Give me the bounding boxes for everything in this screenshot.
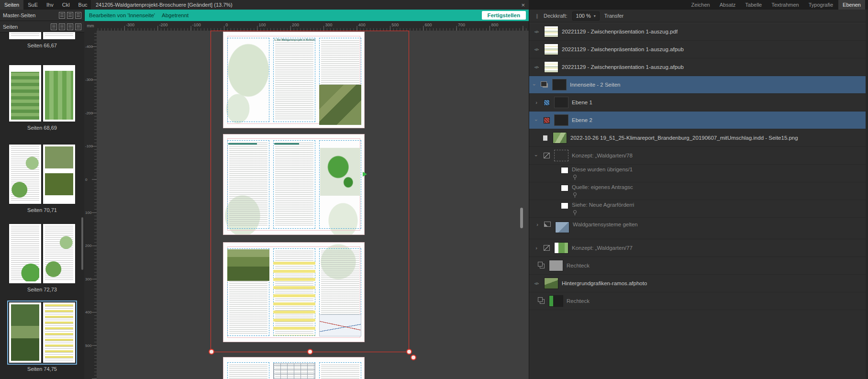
layer-row-hintergrund[interactable]: </> Hintergrundgrafiken-ramos.afphoto — [529, 275, 868, 292]
layer-label: Ebene 1 — [572, 100, 592, 105]
ruler-label: 400 — [358, 22, 366, 27]
page-thumbnail-70-71[interactable]: Seiten 70,71 — [9, 144, 76, 213]
layer-thumbnail — [561, 185, 568, 191]
shapes-icon — [537, 263, 545, 268]
tab-zeichen[interactable]: Zeichen — [687, 0, 714, 10]
pages-panel: Master-Seiten Seiten Seiten 66,67 Seiten… — [0, 10, 85, 379]
pages-thumbnail-list: Seiten 66,67 Seiten 68,69 Seiten 70,71 S… — [0, 32, 84, 379]
document-canvas[interactable]: 1. Der Waldgartenprojekt in Bohlsdo — [97, 31, 529, 379]
page-thumbnail-74-75[interactable]: Seiten 74,75 — [9, 302, 76, 372]
layers-panel: ∥ Deckkraft: 100 % ▾ Transfer </> 202211… — [529, 10, 868, 379]
layer-row-klimareport-png[interactable]: 2022-10-26 19_51_25-Klimareport_Brandenb… — [529, 129, 868, 147]
layer-label: Konzept: „Waldgarten/77 — [572, 245, 633, 251]
code-icon[interactable]: </> — [532, 281, 541, 286]
menu-item-3[interactable]: Ihv — [42, 0, 58, 10]
ruler-label: -200 — [85, 111, 93, 115]
opacity-dropdown[interactable]: 100 % ▾ — [572, 11, 600, 21]
tab-textrahmen[interactable]: Textrahmen — [767, 0, 803, 10]
layer-label: 20221129 - Zwischenpräsentation 1-auszug… — [562, 29, 678, 34]
master-page-options-icon[interactable] — [75, 12, 81, 19]
add-page-icon[interactable] — [59, 23, 65, 30]
finish-button[interactable]: Fertigstellen — [482, 11, 526, 20]
tab-typografie[interactable]: Typografie — [804, 0, 837, 10]
duplicate-master-page-icon[interactable] — [67, 12, 73, 19]
layer-thumbnail — [544, 278, 558, 289]
move-page-icon[interactable] — [51, 23, 57, 30]
spread-page-4[interactable] — [223, 357, 365, 379]
selection-handle-bottom-center[interactable] — [307, 349, 313, 355]
selection-handle-bottom-left[interactable] — [209, 349, 214, 355]
pin-icon[interactable] — [573, 192, 577, 196]
pages-panel-scrollbar[interactable] — [81, 217, 83, 270]
selection-rectangle[interactable] — [211, 31, 409, 352]
layer-row-text-siehe[interactable]: Siehe: Neue Agrarförderri — [529, 200, 868, 218]
page-thumbnail-72-73[interactable]: Seiten 72,73 — [9, 223, 76, 292]
layer-thumbnail — [544, 61, 558, 73]
layer-row-konzept-77[interactable]: › Konzept: „Waldgarten/77 — [529, 239, 868, 257]
selection-handle-bottom-right[interactable] — [406, 349, 412, 355]
canvas-scrollbar[interactable] — [520, 208, 523, 228]
chevron-down-icon: ▾ — [594, 14, 596, 18]
code-icon[interactable]: </> — [532, 30, 541, 34]
layer-row-innenseite[interactable]: › Innenseite - 2 Seiten — [529, 76, 868, 94]
menu-item-4[interactable]: Ckl — [58, 0, 74, 10]
chevron-right-icon[interactable]: › — [534, 245, 539, 251]
pages-header: Seiten — [0, 21, 84, 33]
code-icon[interactable]: </> — [532, 65, 541, 69]
blend-mode-dropdown[interactable]: Transfer — [604, 13, 624, 19]
layer-row-text-diese[interactable]: Diese wurden übrigens/1 — [529, 165, 868, 182]
layer-row-rechteck-1[interactable]: Rechteck — [529, 257, 868, 275]
layer-row-konzept-78[interactable]: › Konzept: „Waldgarten/78 — [529, 147, 868, 165]
chevron-right-icon[interactable]: › — [535, 222, 540, 227]
chevron-down-icon[interactable]: › — [534, 118, 539, 123]
close-icon[interactable]: × — [521, 0, 525, 10]
layer-thumbnail — [554, 150, 568, 161]
layer-thumbnail — [549, 260, 563, 271]
menu-item-5[interactable]: Buc — [74, 0, 92, 10]
pin-icon[interactable] — [573, 210, 577, 213]
page-icon — [541, 135, 549, 141]
chevron-down-icon[interactable]: › — [532, 82, 537, 87]
master-edit-status: Abgetrennt — [155, 12, 189, 18]
page-thumbnail-label: Seiten 74,75 — [9, 366, 76, 372]
horizontal-ruler[interactable]: -300-200-1000100200300400500600700800 — [97, 21, 529, 31]
layer-thumbnail — [561, 202, 568, 209]
page-thumbnail-66-67[interactable]: Seiten 66,67 — [9, 32, 76, 48]
layer-thumbnail — [554, 97, 568, 108]
layers-panel-scrollbar[interactable] — [866, 10, 868, 379]
add-master-page-icon[interactable] — [59, 12, 65, 19]
ruler-label: -200 — [159, 22, 167, 27]
code-icon[interactable]: </> — [532, 47, 541, 52]
menu-item-2[interactable]: SuE — [23, 0, 42, 10]
tab-tabelle[interactable]: Tabelle — [741, 0, 766, 10]
layer-thumbnail — [554, 242, 568, 254]
document-tab[interactable]: 241205-Waldgartenprojekt-Broschuere [Geä… — [91, 0, 529, 10]
affinity-publisher-window: Seiten SuE Ihv Ckl Buc ≡ 241205-Waldgart… — [0, 0, 868, 379]
chevron-down-icon[interactable]: › — [534, 153, 539, 158]
vertical-ruler[interactable]: -400-300-200-1000100200300400500 — [84, 31, 97, 379]
ruler-label: 200 — [292, 22, 299, 27]
selection-rotation-handle[interactable] — [411, 355, 416, 360]
layer-row-waldgartensysteme[interactable]: › Waldgartensysteme gelten — [529, 218, 868, 239]
layers-panel-header: ∥ Deckkraft: 100 % ▾ Transfer — [529, 10, 868, 22]
page-thumbnail-label: Seiten 68,69 — [9, 125, 76, 131]
menu-items: Seiten SuE Ihv Ckl Buc ≡ — [0, 0, 104, 10]
layer-row-pdf-1[interactable]: </> 20221129 - Zwischenpräsentation 1-au… — [529, 23, 868, 41]
layer-row-ebene-2[interactable]: › Ebene 2 — [529, 111, 868, 129]
ruler-label: -300 — [85, 78, 93, 82]
layer-row-afpub-1[interactable]: </> 20221129 - Zwischenpräsentation 1-au… — [529, 41, 868, 58]
ruler-unit-box[interactable]: mm — [84, 21, 97, 31]
pin-icon[interactable] — [573, 175, 577, 178]
layer-row-text-quelle[interactable]: Quelle: eigenes Antragsc — [529, 182, 868, 200]
tab-absatz[interactable]: Absatz — [715, 0, 740, 10]
layer-row-afpub-2[interactable]: </> 20221129 - Zwischenpräsentation 1-au… — [529, 58, 868, 76]
menu-bar: Seiten SuE Ihv Ckl Buc ≡ 241205-Waldgart… — [0, 0, 868, 10]
chevron-right-icon[interactable]: › — [534, 100, 539, 105]
layer-row-ebene-1[interactable]: › Ebene 1 — [529, 94, 868, 111]
page-thumbnail-68-69[interactable]: Seiten 68,69 — [9, 65, 76, 131]
layer-row-rechteck-2[interactable]: Rechteck — [529, 292, 868, 310]
tab-ebenen[interactable]: Ebenen — [838, 0, 865, 10]
menu-item-seiten[interactable]: Seiten — [0, 0, 23, 10]
delete-page-icon[interactable] — [75, 23, 81, 30]
duplicate-page-icon[interactable] — [67, 23, 73, 30]
